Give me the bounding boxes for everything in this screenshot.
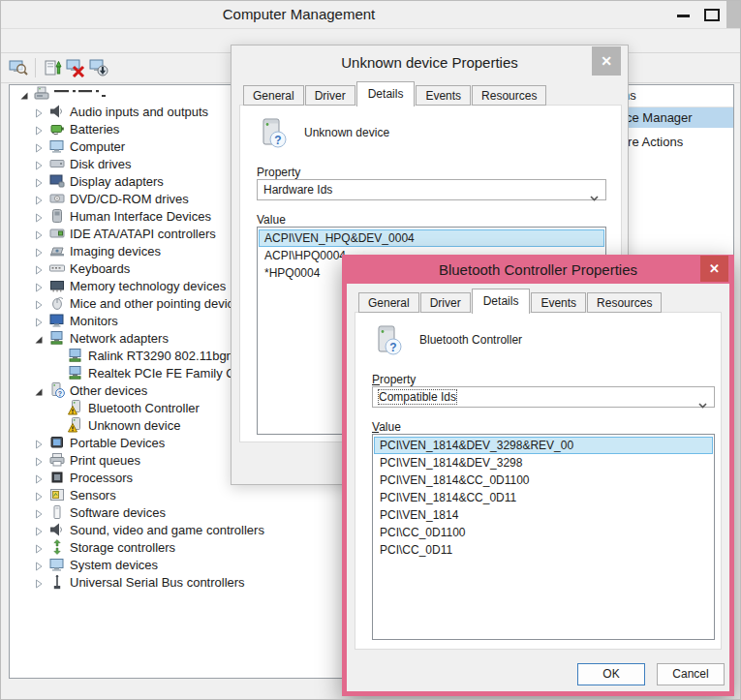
tab-details[interactable]: Details	[472, 289, 531, 314]
tab-driver[interactable]: Driver	[305, 85, 355, 106]
collapsed-icon[interactable]	[35, 490, 44, 500]
expanded-icon[interactable]	[20, 89, 29, 99]
collapsed-icon[interactable]	[35, 577, 44, 587]
value-item[interactable]: PCI\VEN_1814&CC_0D11	[375, 489, 712, 506]
network-icon	[49, 330, 65, 346]
storage-icon	[49, 539, 65, 555]
value-list[interactable]: PCI\VEN_1814&DEV_3298&REV_00PCI\VEN_1814…	[372, 434, 715, 640]
collapsed-icon[interactable]	[35, 298, 44, 308]
processor-icon	[49, 470, 65, 485]
collapsed-icon[interactable]	[35, 107, 44, 116]
tree-item-label: Mice and other pointing device	[70, 296, 240, 311]
value-item[interactable]: PCI\VEN_1814&DEV_3298	[375, 454, 712, 472]
titlebar: Computer Management	[1, 1, 741, 29]
tree-item-label: Batteries	[70, 122, 119, 137]
collapsed-icon[interactable]	[35, 159, 44, 168]
collapsed-icon[interactable]	[35, 560, 44, 569]
tab-events[interactable]: Events	[531, 292, 586, 313]
value-item[interactable]: PCI\CC_0D1100	[375, 524, 712, 541]
collapsed-icon[interactable]	[35, 507, 44, 517]
tab-general[interactable]: General	[358, 292, 419, 313]
device-properties-search-icon[interactable]	[7, 56, 30, 79]
collapsed-icon[interactable]	[35, 124, 44, 134]
value-item[interactable]: ACPI\VEN_HPQ&DEV_0004	[259, 229, 604, 247]
dialog-content: General Driver Details Events Resources …	[347, 284, 729, 691]
tree-item-label: Bluetooth Controller	[88, 401, 200, 415]
collapsed-icon[interactable]	[35, 455, 44, 465]
property-dropdown[interactable]: Compatible Ids	[372, 386, 715, 408]
tree-item-label: DVD/CD-ROM drives	[70, 192, 189, 206]
expanded-icon[interactable]	[35, 385, 44, 395]
value-item[interactable]: PCI\CC_0D11	[375, 541, 712, 559]
collapsed-icon[interactable]	[35, 141, 44, 151]
tree-item-label: Other devices	[70, 383, 147, 398]
speaker-icon	[49, 522, 65, 537]
window-title: Computer Management	[151, 6, 447, 22]
computer-icon	[49, 557, 65, 572]
scan-hardware-changes-icon[interactable]	[87, 56, 110, 79]
value-item[interactable]: PCI\VEN_1814&CC_0D1100	[375, 472, 712, 489]
tree-item-label: Network adapters	[70, 331, 169, 346]
value-item[interactable]: PCI\VEN_1814&DEV_3298&REV_00	[374, 437, 713, 454]
portable-icon	[49, 435, 65, 450]
collapsed-icon[interactable]	[35, 542, 44, 552]
tab-events[interactable]: Events	[416, 85, 471, 106]
collapsed-icon[interactable]	[35, 472, 44, 482]
sensor-icon	[49, 487, 65, 502]
tree-item-label: Print queues	[70, 453, 140, 468]
tab-resources[interactable]: Resources	[472, 85, 546, 106]
tree-item-label: Computer	[70, 139, 125, 154]
unknown-device-icon: ?	[256, 117, 289, 150]
collapsed-icon[interactable]	[35, 263, 44, 273]
cdrom-icon	[49, 191, 65, 206]
collapsed-icon[interactable]	[35, 438, 44, 447]
collapsed-icon[interactable]	[35, 228, 44, 238]
ok-button[interactable]: OK	[577, 663, 645, 685]
expander-spacer	[53, 420, 62, 430]
collapsed-icon[interactable]	[35, 176, 44, 186]
minimize-icon[interactable]	[677, 15, 690, 17]
collapsed-icon[interactable]	[35, 211, 44, 221]
close-icon[interactable]: ✕	[592, 46, 621, 76]
tree-item-label: Audio inputs and outputs	[70, 105, 208, 119]
computer-management-window: Computer Management	[0, 0, 741, 700]
device-name: Unknown device	[304, 126, 389, 139]
collapsed-icon[interactable]	[35, 525, 44, 534]
collapsed-icon[interactable]	[35, 316, 44, 325]
warndev-icon	[68, 417, 83, 433]
collapsed-icon[interactable]	[35, 194, 44, 203]
tree-item-label: Portable Devices	[70, 436, 165, 450]
uninstall-device-icon[interactable]	[64, 56, 87, 79]
cancel-button[interactable]: Cancel	[657, 663, 725, 685]
property-dropdown[interactable]: Hardware Ids	[257, 179, 606, 200]
tab-general[interactable]: General	[243, 85, 304, 106]
close-icon[interactable]: ✕	[700, 256, 728, 282]
tree-item-label: Human Interface Devices	[70, 209, 211, 224]
property-dropdown-value: Compatible Ids	[379, 390, 456, 404]
expanded-icon[interactable]	[35, 333, 44, 343]
expander-spacer	[53, 350, 62, 360]
details-tab-page: ? Bluetooth Controller Property Compatib…	[355, 312, 722, 650]
battery-icon	[49, 121, 65, 137]
tree-item-label: Sensors	[70, 488, 116, 502]
tab-driver[interactable]: Driver	[420, 292, 471, 313]
device-name: Bluetooth Controller	[419, 333, 522, 347]
software-icon	[49, 504, 65, 520]
maximize-icon[interactable]	[704, 9, 720, 21]
value-item[interactable]: PCI\VEN_1814	[375, 506, 712, 524]
network-icon	[68, 365, 83, 380]
tab-details[interactable]: Details	[356, 81, 416, 107]
tab-resources[interactable]: Resources	[587, 292, 662, 313]
memory-icon	[49, 278, 65, 293]
bluetooth-device-icon: ?	[371, 324, 404, 357]
disk-icon	[49, 156, 65, 171]
collapsed-icon[interactable]	[35, 281, 44, 290]
close-button[interactable]	[726, 1, 741, 28]
property-dropdown-value: Hardware Ids	[263, 183, 332, 197]
tab-strip: General Driver Details Events Resources	[243, 81, 547, 106]
usb-icon	[49, 574, 65, 590]
collapsed-icon[interactable]	[35, 246, 44, 256]
network-icon	[68, 348, 83, 363]
otherdev-icon: ?	[49, 382, 65, 398]
update-driver-icon[interactable]	[41, 56, 64, 79]
